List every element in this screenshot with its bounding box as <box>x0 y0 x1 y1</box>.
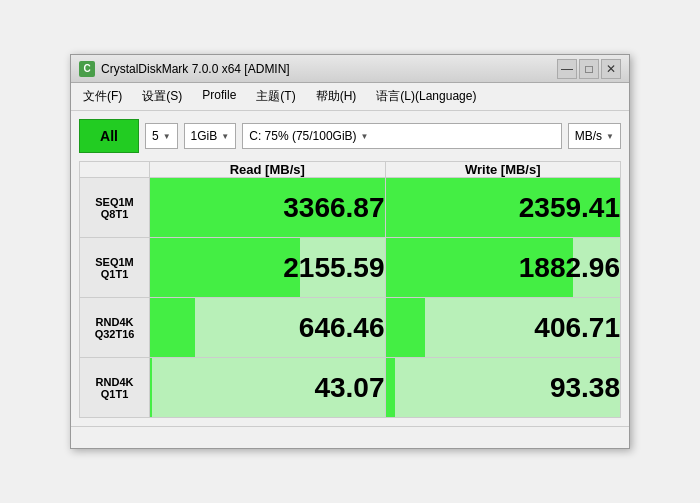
maximize-button[interactable]: □ <box>579 59 599 79</box>
row-2-read-value: 646.46 <box>299 312 385 343</box>
window-title: CrystalDiskMark 7.0.0 x64 [ADMIN] <box>101 62 290 76</box>
minimize-button[interactable]: — <box>557 59 577 79</box>
row-0-read: 3366.87 <box>150 178 386 238</box>
row-3-label: RND4KQ1T1 <box>80 358 150 418</box>
all-button[interactable]: All <box>79 119 139 153</box>
close-button[interactable]: ✕ <box>601 59 621 79</box>
row-3-read: 43.07 <box>150 358 386 418</box>
row-2-write: 406.71 <box>385 298 621 358</box>
table-row: SEQ1MQ1T12155.591882.96 <box>80 238 621 298</box>
menu-language[interactable]: 语言(L)(Language) <box>368 85 484 108</box>
runs-arrow: ▼ <box>163 132 171 141</box>
header-label <box>80 162 150 178</box>
title-bar-left: C CrystalDiskMark 7.0.0 x64 [ADMIN] <box>79 61 290 77</box>
row-0-write-value: 2359.41 <box>519 192 620 223</box>
row-1-read-bar <box>150 238 300 297</box>
row-1-write: 1882.96 <box>385 238 621 298</box>
size-value: 1GiB <box>191 129 218 143</box>
row-3-read-bar <box>150 358 152 417</box>
title-controls: — □ ✕ <box>557 59 621 79</box>
row-0-write: 2359.41 <box>385 178 621 238</box>
main-window: C CrystalDiskMark 7.0.0 x64 [ADMIN] — □ … <box>70 54 630 449</box>
size-dropdown[interactable]: 1GiB ▼ <box>184 123 237 149</box>
row-2-read-bar <box>150 298 195 357</box>
menu-bar: 文件(F) 设置(S) Profile 主题(T) 帮助(H) 语言(L)(La… <box>71 83 629 111</box>
app-icon: C <box>79 61 95 77</box>
controls-row: All 5 ▼ 1GiB ▼ C: 75% (75/100GiB) ▼ MB/s… <box>79 119 621 153</box>
menu-file[interactable]: 文件(F) <box>75 85 130 108</box>
title-bar: C CrystalDiskMark 7.0.0 x64 [ADMIN] — □ … <box>71 55 629 83</box>
row-2-write-bar <box>386 298 426 357</box>
row-2-label: RND4KQ32T16 <box>80 298 150 358</box>
menu-profile[interactable]: Profile <box>194 85 244 108</box>
row-2-write-value: 406.71 <box>534 312 620 343</box>
benchmark-table: Read [MB/s] Write [MB/s] SEQ1MQ8T13366.8… <box>79 161 621 418</box>
row-1-read: 2155.59 <box>150 238 386 298</box>
row-3-read-value: 43.07 <box>314 372 384 403</box>
unit-arrow: ▼ <box>606 132 614 141</box>
runs-dropdown[interactable]: 5 ▼ <box>145 123 178 149</box>
row-3-write: 93.38 <box>385 358 621 418</box>
main-content: All 5 ▼ 1GiB ▼ C: 75% (75/100GiB) ▼ MB/s… <box>71 111 629 426</box>
header-write: Write [MB/s] <box>385 162 621 178</box>
row-0-read-value: 3366.87 <box>283 192 384 223</box>
row-3-write-bar <box>386 358 395 417</box>
size-arrow: ▼ <box>221 132 229 141</box>
row-1-read-value: 2155.59 <box>283 252 384 283</box>
table-header-row: Read [MB/s] Write [MB/s] <box>80 162 621 178</box>
table-row: RND4KQ32T16646.46406.71 <box>80 298 621 358</box>
row-1-label: SEQ1MQ1T1 <box>80 238 150 298</box>
menu-settings[interactable]: 设置(S) <box>134 85 190 108</box>
drive-arrow: ▼ <box>361 132 369 141</box>
menu-help[interactable]: 帮助(H) <box>308 85 365 108</box>
menu-theme[interactable]: 主题(T) <box>248 85 303 108</box>
runs-value: 5 <box>152 129 159 143</box>
unit-dropdown[interactable]: MB/s ▼ <box>568 123 621 149</box>
table-row: SEQ1MQ8T13366.872359.41 <box>80 178 621 238</box>
header-read: Read [MB/s] <box>150 162 386 178</box>
drive-dropdown[interactable]: C: 75% (75/100GiB) ▼ <box>242 123 562 149</box>
unit-value: MB/s <box>575 129 602 143</box>
drive-value: C: 75% (75/100GiB) <box>249 129 356 143</box>
row-1-write-value: 1882.96 <box>519 252 620 283</box>
table-row: RND4KQ1T143.0793.38 <box>80 358 621 418</box>
row-0-label: SEQ1MQ8T1 <box>80 178 150 238</box>
row-2-read: 646.46 <box>150 298 386 358</box>
row-3-write-value: 93.38 <box>550 372 620 403</box>
status-bar <box>71 426 629 448</box>
